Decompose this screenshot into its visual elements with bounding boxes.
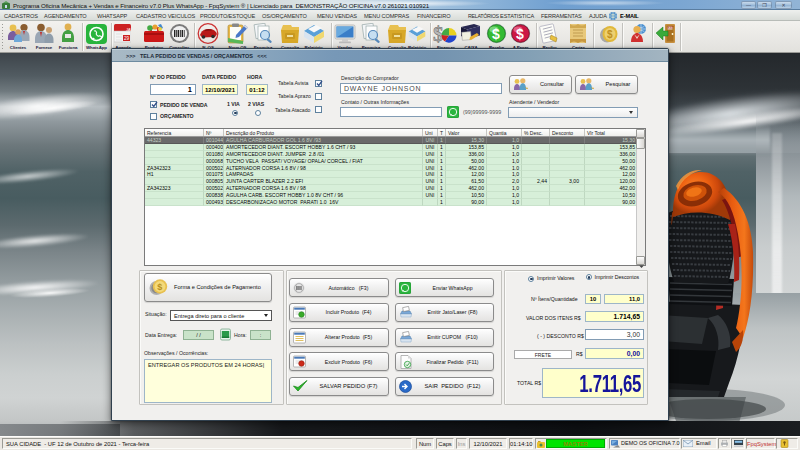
svg-text:$: $	[492, 26, 500, 42]
svg-text:EXIT: EXIT	[668, 26, 675, 30]
svg-text:$: $	[157, 282, 162, 292]
svg-text:$: $	[607, 29, 613, 40]
svg-text:JAN: JAN	[126, 27, 131, 32]
svg-text:$: $	[516, 26, 524, 42]
svg-text:29: 29	[124, 36, 130, 41]
